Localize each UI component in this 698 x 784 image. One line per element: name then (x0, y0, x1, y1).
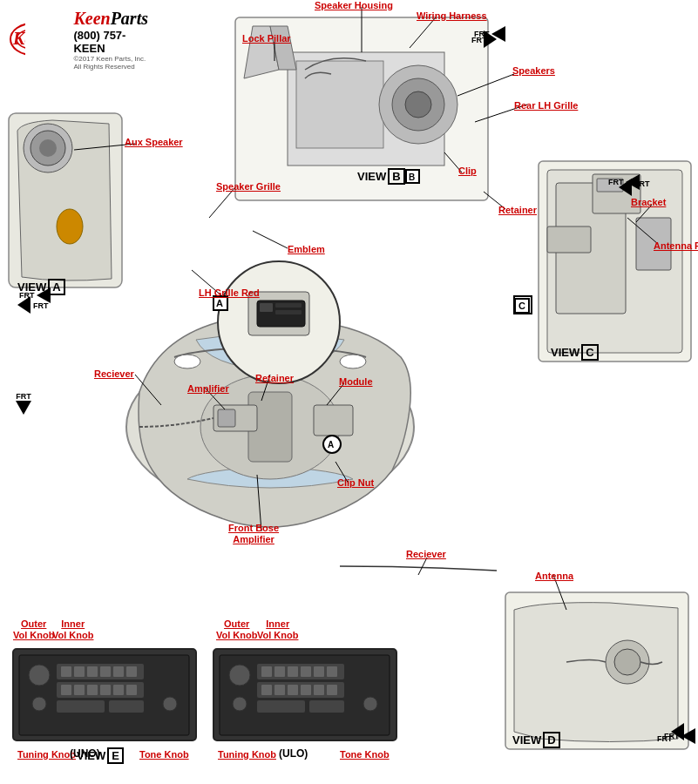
svg-point-52 (163, 697, 177, 711)
svg-rect-30 (275, 303, 302, 308)
diagram-svg: FRT FRT (0, 0, 698, 784)
svg-rect-62 (126, 666, 137, 677)
inner-vol-2b: Vol Knob (257, 630, 298, 640)
svg-rect-58 (74, 666, 85, 677)
antenna-plate-text: Antenna Plate (654, 240, 698, 251)
svg-rect-59 (87, 666, 98, 677)
svg-point-51 (32, 697, 46, 711)
svg-rect-49 (19, 655, 189, 735)
svg-point-8 (405, 91, 431, 118)
svg-point-15 (57, 209, 83, 244)
label-uno: (UNO) (70, 747, 100, 760)
label-reciever-center[interactable]: Reciever (406, 549, 446, 560)
outer-vol-2b: Vol Knob (216, 630, 257, 640)
svg-rect-57 (61, 666, 71, 677)
label-inner-vol-knob2[interactable]: Inner Vol Knob (257, 618, 298, 641)
svg-point-71 (229, 665, 250, 686)
label-wiring-harness[interactable]: Wiring Harness (417, 10, 487, 22)
svg-rect-63 (61, 685, 71, 695)
label-rear-lh-grille[interactable]: Rear LH Grille (514, 100, 578, 112)
svg-rect-29 (260, 303, 273, 312)
label-retainer-center[interactable]: Retainer (255, 373, 294, 384)
svg-point-12 (24, 124, 72, 172)
svg-rect-77 (309, 700, 344, 713)
label-ulo: (ULO) (279, 747, 308, 760)
view-c-letter: C (581, 344, 598, 361)
svg-rect-65 (87, 685, 98, 695)
label-speaker-grille[interactable]: Speaker Grille (216, 181, 281, 193)
view-d-text: VIEW (512, 733, 541, 747)
svg-rect-42 (547, 226, 591, 253)
inner-vol-1b: Vol Knob (52, 630, 93, 640)
label-tone-knob2[interactable]: Tone Knob (340, 749, 390, 760)
svg-line-103 (135, 375, 161, 405)
svg-point-7 (392, 78, 444, 131)
svg-line-101 (253, 231, 288, 248)
svg-rect-75 (257, 682, 344, 698)
label-clip[interactable]: Clip (458, 166, 477, 177)
view-c-label: VIEW C (551, 344, 599, 361)
svg-rect-43 (505, 592, 688, 749)
svg-rect-4 (288, 52, 444, 166)
svg-rect-87 (301, 685, 311, 695)
view-e-letter: E (107, 747, 124, 764)
label-inner-vol-knob1[interactable]: Inner Vol Knob (52, 618, 93, 641)
label-antenna-plate[interactable]: Antenna Plate (654, 240, 698, 252)
diagram-container: Keen KeenParts (800) 757-KEEN ©2017 Keen… (0, 0, 698, 784)
svg-rect-111 (406, 170, 419, 183)
svg-rect-84 (261, 685, 272, 695)
svg-point-26 (218, 261, 340, 383)
view-d-label: VIEW D (512, 732, 560, 748)
label-speaker-housing[interactable]: Speaker Housing (315, 0, 393, 11)
svg-text:B: B (409, 172, 415, 182)
frt-arrow-c: FRT (608, 174, 640, 190)
svg-point-115 (323, 436, 341, 453)
logo-phone: (800) 757-KEEN (73, 29, 148, 55)
svg-point-25 (340, 355, 366, 368)
svg-rect-78 (261, 666, 272, 677)
label-bracket[interactable]: Bracket (631, 197, 666, 208)
label-lh-grille-red[interactable]: LH Grille Red (199, 287, 260, 299)
svg-rect-79 (274, 666, 285, 677)
svg-rect-76 (257, 700, 305, 713)
svg-text:Keen: Keen (12, 29, 25, 48)
label-module[interactable]: Module (339, 376, 373, 388)
svg-rect-54 (57, 682, 144, 698)
label-front-bose-amp[interactable]: Front Bose Amplifier (228, 523, 279, 545)
logo-area: Keen KeenParts (800) 757-KEEN ©2017 Keen… (9, 9, 148, 71)
svg-rect-64 (74, 685, 85, 695)
svg-point-72 (233, 697, 247, 711)
svg-text:A: A (216, 298, 223, 308)
svg-point-45 (614, 649, 640, 675)
label-clip-nut[interactable]: Clip Nut (337, 477, 374, 489)
label-lock-pillar[interactable]: Lock Pillar (242, 33, 291, 44)
view-b-text: VIEW (357, 170, 386, 183)
svg-rect-83 (327, 666, 337, 677)
view-b-label: VIEW B (357, 168, 405, 185)
label-retainer-b[interactable]: Retainer (498, 205, 537, 216)
svg-rect-85 (274, 685, 285, 695)
label-antenna[interactable]: Antenna (535, 571, 573, 582)
svg-rect-81 (301, 666, 311, 677)
label-outer-vol-knob2[interactable]: Outer Vol Knob (216, 618, 257, 641)
svg-rect-82 (314, 666, 324, 677)
view-b-letter: B (388, 168, 404, 185)
label-amplifier[interactable]: Amplifier (187, 383, 229, 395)
view-a-letter: A (48, 279, 64, 295)
svg-point-44 (606, 640, 649, 684)
label-aux-speaker[interactable]: Aux Speaker (125, 137, 183, 148)
svg-rect-56 (109, 700, 144, 713)
logo-text: KeenParts (800) 757-KEEN ©2017 Keen Part… (73, 9, 148, 71)
label-tuning-knob1[interactable]: Tuning Knob (17, 749, 76, 760)
label-tone-knob1[interactable]: Tone Knob (139, 749, 189, 760)
svg-rect-21 (213, 405, 257, 431)
svg-rect-60 (100, 666, 111, 677)
label-tuning-knob2[interactable]: Tuning Knob (218, 749, 276, 760)
svg-rect-5 (296, 61, 383, 148)
svg-rect-23 (314, 405, 353, 436)
label-reciever-left[interactable]: Reciever (94, 368, 134, 380)
label-outer-vol-knob1[interactable]: Outer Vol Knob (13, 618, 54, 641)
inner-vol-2a: Inner (266, 618, 289, 629)
label-speakers[interactable]: Speakers (512, 65, 555, 77)
label-emblem[interactable]: Emblem (288, 244, 325, 255)
